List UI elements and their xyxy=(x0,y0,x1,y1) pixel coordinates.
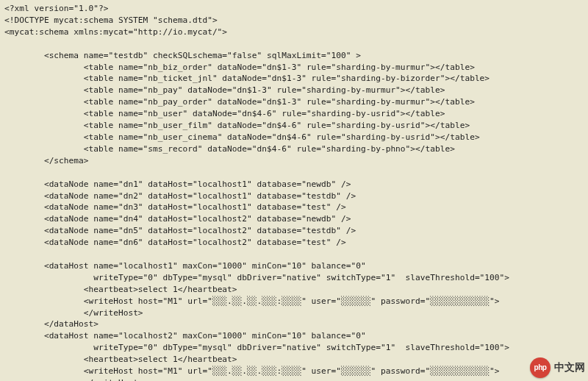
table-def: <table name="nb_user_film" dataNode="dn$… xyxy=(84,121,470,130)
datahost-open: <dataHost name="localhost1" maxCon="1000… xyxy=(44,261,366,271)
table-def: <table name="nb_ticket_jnl" dataNode="dn… xyxy=(84,74,490,83)
datanode-def: <dataNode name="dn1" dataHost="localhost… xyxy=(44,179,351,189)
site-watermark: php 中文网 xyxy=(530,357,585,378)
datahost-close: </dataHost> xyxy=(44,319,98,329)
datanode-def: <dataNode name="dn2" dataHost="localhost… xyxy=(44,191,356,201)
watermark-text: 中文网 xyxy=(554,360,585,375)
schema-close: </schema> xyxy=(44,156,89,165)
writehost: <writeHost host="M1" url="░░░.░░.░░.░░░:… xyxy=(84,366,500,376)
root-open: <mycat:schema xmlns:mycat="http://io.myc… xyxy=(4,27,227,37)
xml-declaration: <?xml version="1.0"?> xyxy=(4,4,108,13)
datahost-open: <dataHost name="localhost2" maxCon="1000… xyxy=(44,331,366,341)
heartbeat: <heartbeat>select 1</heartbeat> xyxy=(84,355,237,364)
writehost: <writeHost host="M1" url="░░░.░░.░░.░░░:… xyxy=(84,296,500,306)
schema-open: <schema name="testdb" checkSQLschema="fa… xyxy=(44,51,361,60)
doctype-line: <!DOCTYPE mycat:schema SYSTEM "schema.dt… xyxy=(4,15,218,25)
watermark-badge-icon: php xyxy=(530,357,551,378)
writehost-close: </writeHost> xyxy=(84,378,143,381)
datanode-def: <dataNode name="dn5" dataHost="localhost… xyxy=(44,226,356,235)
datahost-attrs: writeType="0" dbType="mysql" dbDriver="n… xyxy=(93,343,509,352)
datanode-def: <dataNode name="dn4" dataHost="localhost… xyxy=(44,214,351,224)
table-def: <table name="nb_pay_order" dataNode="dn$… xyxy=(84,97,475,107)
datanode-def: <dataNode name="dn6" dataHost="localhost… xyxy=(44,238,346,247)
table-def: <table name="nb_biz_order" dataNode="dn$… xyxy=(84,63,475,72)
writehost-close: </writeHost> xyxy=(84,308,143,318)
datahost-attrs: writeType="0" dbType="mysql" dbDriver="n… xyxy=(93,273,509,282)
datanode-def: <dataNode name="dn3" dataHost="localhost… xyxy=(44,202,346,212)
table-def: <table name="nb_user" dataNode="dn$4-6" … xyxy=(84,109,445,118)
table-def: <table name="nb_user_cinema" dataNode="d… xyxy=(84,132,480,142)
table-def: <table name="sms_record" dataNode="dn$4-… xyxy=(84,144,455,154)
heartbeat: <heartbeat>select 1</heartbeat> xyxy=(84,285,237,294)
xml-code-block: <?xml version="1.0"?> <!DOCTYPE mycat:sc… xyxy=(0,0,588,381)
table-def: <table name="nb_pay" dataNode="dn$1-3" r… xyxy=(84,85,445,95)
